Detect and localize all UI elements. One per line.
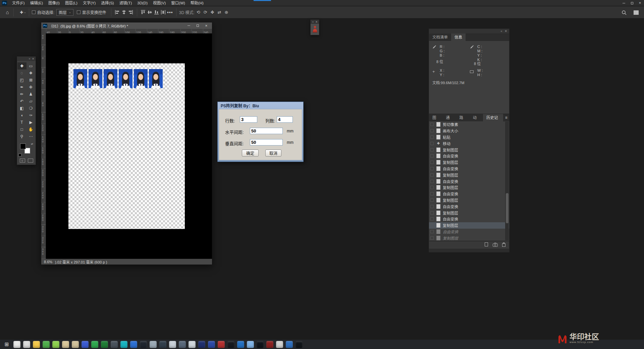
history-source-checkbox[interactable] xyxy=(430,230,434,233)
minimize-button[interactable] xyxy=(620,0,628,6)
more-tools[interactable]: ⋯ xyxy=(26,133,36,140)
delete-state-icon[interactable] xyxy=(502,242,506,248)
history-item[interactable]: 复制图层 xyxy=(429,197,509,203)
history-item[interactable]: 粘贴 xyxy=(429,134,509,140)
3d-mode-icon[interactable]: ⟲ xyxy=(197,10,200,15)
zoom-level[interactable]: 8.6% xyxy=(44,260,52,264)
panel-tab[interactable]: 文档清单 xyxy=(429,34,451,41)
history-item[interactable]: 自由变换 xyxy=(429,229,509,235)
history-source-checkbox[interactable] xyxy=(430,135,434,139)
taskbar-app-icon[interactable] xyxy=(101,341,108,348)
taskbar-app-icon[interactable] xyxy=(159,341,166,348)
h-spacing-input[interactable] xyxy=(250,128,283,134)
menu-item[interactable]: 3D(D) xyxy=(135,0,150,6)
taskbar-app-icon[interactable] xyxy=(23,341,30,348)
document-page[interactable] xyxy=(68,63,185,229)
workspace-switcher-icon[interactable] xyxy=(633,8,639,16)
taskbar-app-icon[interactable] xyxy=(43,341,50,348)
show-transform-checkbox[interactable] xyxy=(77,10,80,14)
doc-maximize-button[interactable] xyxy=(193,22,202,29)
align-right-icon[interactable] xyxy=(127,8,134,16)
history-source-checkbox[interactable] xyxy=(430,217,434,221)
search-icon[interactable] xyxy=(621,8,627,16)
taskbar-app-icon[interactable] xyxy=(82,341,89,348)
doc-close-button[interactable]: ✕ xyxy=(202,22,211,29)
taskbar-app-icon[interactable] xyxy=(237,341,244,348)
taskbar-app-icon[interactable] xyxy=(150,341,157,348)
history-item[interactable]: 自由变换 xyxy=(429,153,509,159)
start-button[interactable]: ⊞ xyxy=(3,340,11,348)
taskbar-app-icon[interactable] xyxy=(120,341,127,348)
id-photo[interactable] xyxy=(134,69,148,88)
3d-mode-icon[interactable]: ⟳ xyxy=(204,10,207,15)
auto-select-checkbox[interactable] xyxy=(32,10,36,14)
menu-item[interactable]: 滤镜(T) xyxy=(117,0,135,6)
menu-item[interactable]: 文件(F) xyxy=(9,0,28,6)
panel-menu-icon[interactable]: ≡ xyxy=(503,115,509,120)
panel-tab[interactable]: 图层 xyxy=(429,114,442,121)
blur-tool[interactable]: ❍ xyxy=(26,105,36,112)
taskbar-app-icon[interactable] xyxy=(227,341,234,348)
history-item[interactable]: 复制图层 xyxy=(429,184,509,191)
taskbar-app-icon[interactable] xyxy=(247,341,254,348)
panel-tab[interactable]: 通道 xyxy=(442,114,456,121)
taskbar-app-icon[interactable] xyxy=(130,341,137,348)
taskbar-app-icon[interactable] xyxy=(266,341,273,348)
menu-item[interactable]: 图像(I) xyxy=(46,0,62,6)
history-item[interactable]: 自由变换 xyxy=(429,203,509,210)
quick-mask-icon[interactable] xyxy=(20,159,25,163)
pen-tool[interactable]: ✑ xyxy=(26,112,36,119)
clone-stamp-tool[interactable]: ♟ xyxy=(26,91,36,98)
document-titlebar[interactable]: Ps （01）(9).jpg @ 8.6% (图层 0 拷贝 7, RGB/8#… xyxy=(41,22,212,29)
menu-item[interactable]: 视图(V) xyxy=(150,0,168,6)
new-snapshot-icon[interactable] xyxy=(493,242,498,248)
maximize-button[interactable] xyxy=(628,0,636,6)
taskbar-app-icon[interactable] xyxy=(286,341,293,348)
history-source-checkbox[interactable] xyxy=(430,224,434,227)
current-tool-icon[interactable]: ✚ ⌄ xyxy=(20,10,26,15)
history-source-checkbox[interactable] xyxy=(430,205,434,208)
close-button[interactable]: ✕ xyxy=(636,0,644,6)
frame-tool[interactable]: ⊠ xyxy=(26,76,36,83)
close-panel-icon[interactable]: ✕ xyxy=(32,57,34,60)
history-item[interactable]: 自由变换 xyxy=(429,178,509,184)
3d-mode-icon[interactable]: ✥ xyxy=(211,10,214,15)
swap-colors-icon[interactable]: ⇄ xyxy=(31,142,33,146)
history-item[interactable]: 复制图层 xyxy=(429,172,509,178)
collapse-panel-icon[interactable]: « xyxy=(29,57,30,60)
menu-item[interactable]: 帮助(H) xyxy=(188,0,206,6)
history-source-checkbox[interactable] xyxy=(430,211,434,215)
align-top-icon[interactable] xyxy=(140,8,147,16)
history-source-checkbox[interactable] xyxy=(430,154,434,158)
history-source-checkbox[interactable] xyxy=(430,173,434,177)
id-photo[interactable] xyxy=(149,69,163,88)
panel-tab[interactable]: 历史记录 xyxy=(483,114,503,121)
menu-item[interactable]: 图层(L) xyxy=(62,0,80,6)
home-icon[interactable]: ⌂ xyxy=(4,8,11,16)
distribute-icon[interactable] xyxy=(160,8,167,16)
taskbar-app-icon[interactable] xyxy=(276,341,283,348)
menu-item[interactable]: 窗口(W) xyxy=(168,0,188,6)
default-colors-icon[interactable] xyxy=(18,154,21,157)
history-source-checkbox[interactable] xyxy=(430,236,434,240)
zoom-tool[interactable]: ⚲ xyxy=(17,133,26,140)
history-item[interactable]: 自由变换 xyxy=(429,166,509,172)
history-source-checkbox[interactable] xyxy=(430,161,434,164)
lasso-tool[interactable]: ◌ xyxy=(17,69,26,76)
history-item[interactable]: 画布大小 xyxy=(429,128,509,134)
id-photo[interactable] xyxy=(73,69,87,88)
taskbar-app-icon[interactable] xyxy=(218,341,225,348)
dialog-titlebar[interactable]: PS阵列复制 By：Biu xyxy=(219,102,302,109)
history-source-checkbox[interactable] xyxy=(430,180,434,183)
history-item[interactable]: 剪切像素 xyxy=(429,121,509,128)
taskbar-app-icon[interactable] xyxy=(140,341,147,348)
gradient-tool[interactable]: ◧ xyxy=(17,105,26,112)
doc-minimize-button[interactable] xyxy=(184,22,193,29)
history-source-checkbox[interactable] xyxy=(430,186,434,189)
align-middle-vertical-icon[interactable] xyxy=(147,8,153,16)
brush-tool[interactable]: ✏ xyxy=(17,91,26,98)
id-photo[interactable] xyxy=(104,69,117,88)
history-source-checkbox[interactable] xyxy=(430,148,434,152)
auto-select-target-dropdown[interactable]: 图层 ⌄ xyxy=(56,9,73,16)
taskbar-app-icon[interactable] xyxy=(111,341,118,348)
